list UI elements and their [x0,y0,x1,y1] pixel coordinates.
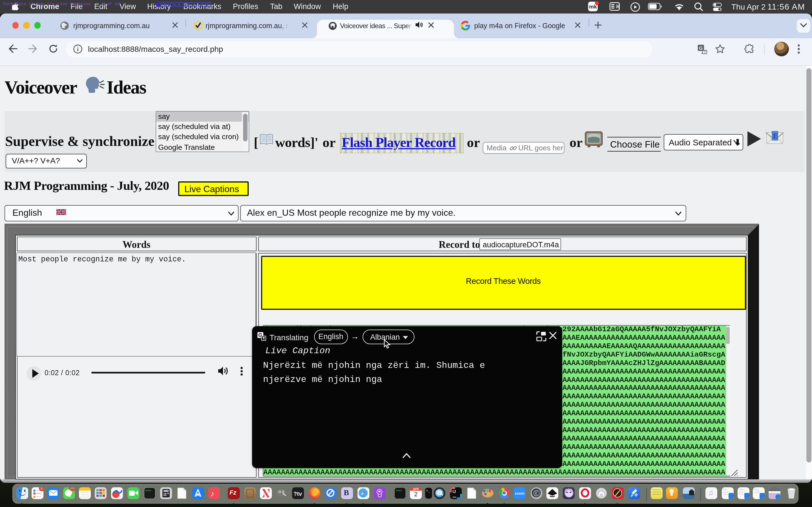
svg-text:E: E [773,131,778,140]
svg-text:文: 文 [703,50,706,54]
svg-text:⌘: ⌘ [615,4,620,9]
svg-text:G: G [699,45,703,51]
